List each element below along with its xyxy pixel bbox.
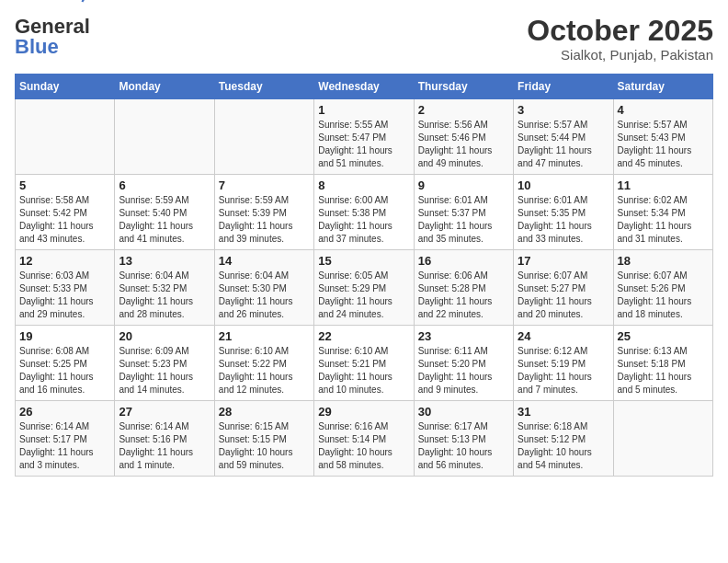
page-header: General Blue October 2025 Sialkot, Punja… [15, 15, 713, 63]
calendar-cell-week1-day4: 2Sunrise: 5:56 AM Sunset: 5:46 PM Daylig… [414, 99, 513, 175]
day-number: 22 [318, 329, 409, 343]
calendar-cell-week5-day6 [613, 401, 712, 477]
day-number: 15 [318, 254, 409, 268]
day-info: Sunrise: 6:06 AM Sunset: 5:28 PM Dayligh… [418, 270, 509, 321]
day-info: Sunrise: 6:17 AM Sunset: 5:13 PM Dayligh… [418, 420, 509, 472]
calendar-cell-week5-day1: 27Sunrise: 6:14 AM Sunset: 5:16 PM Dayli… [115, 401, 214, 477]
weekday-header-sunday: Sunday [16, 75, 115, 99]
calendar-cell-week5-day5: 31Sunrise: 6:18 AM Sunset: 5:12 PM Dayli… [514, 401, 613, 477]
weekday-header-wednesday: Wednesday [314, 75, 414, 99]
day-number: 10 [518, 178, 609, 192]
day-number: 24 [518, 329, 609, 343]
day-number: 19 [19, 329, 110, 343]
day-number: 28 [219, 405, 310, 419]
calendar-cell-week1-day6: 4Sunrise: 5:57 AM Sunset: 5:43 PM Daylig… [613, 99, 712, 175]
calendar-cell-week4-day3: 22Sunrise: 6:10 AM Sunset: 5:21 PM Dayli… [314, 326, 414, 401]
day-number: 1 [318, 103, 409, 117]
weekday-header-thursday: Thursday [414, 75, 513, 99]
day-number: 12 [19, 254, 110, 268]
day-info: Sunrise: 6:08 AM Sunset: 5:25 PM Dayligh… [19, 345, 110, 396]
day-number: 3 [518, 103, 609, 117]
day-info: Sunrise: 5:57 AM Sunset: 5:44 PM Dayligh… [518, 119, 609, 170]
day-info: Sunrise: 6:07 AM Sunset: 5:26 PM Dayligh… [618, 270, 709, 321]
calendar-body: 1Sunrise: 5:55 AM Sunset: 5:47 PM Daylig… [16, 99, 713, 477]
day-info: Sunrise: 6:00 AM Sunset: 5:38 PM Dayligh… [318, 194, 409, 246]
day-number: 30 [418, 405, 509, 419]
day-number: 7 [219, 178, 310, 192]
calendar-cell-week4-day4: 23Sunrise: 6:11 AM Sunset: 5:20 PM Dayli… [414, 326, 513, 401]
calendar-cell-week2-day6: 11Sunrise: 6:02 AM Sunset: 5:34 PM Dayli… [613, 175, 712, 250]
day-number: 25 [618, 329, 709, 343]
calendar-cell-week1-day2 [214, 99, 313, 175]
calendar-cell-week4-day5: 24Sunrise: 6:12 AM Sunset: 5:19 PM Dayli… [514, 326, 613, 401]
day-number: 9 [418, 178, 509, 192]
calendar-cell-week5-day2: 28Sunrise: 6:15 AM Sunset: 5:15 PM Dayli… [214, 401, 313, 477]
calendar-cell-week1-day0 [16, 99, 115, 175]
day-number: 27 [119, 405, 210, 419]
day-info: Sunrise: 6:09 AM Sunset: 5:23 PM Dayligh… [119, 345, 210, 396]
day-info: Sunrise: 5:59 AM Sunset: 5:39 PM Dayligh… [219, 194, 310, 246]
day-number: 14 [219, 254, 310, 268]
day-info: Sunrise: 6:18 AM Sunset: 5:12 PM Dayligh… [518, 420, 609, 472]
calendar-cell-week1-day1 [115, 99, 214, 175]
day-number: 23 [418, 329, 509, 343]
weekday-header-tuesday: Tuesday [214, 75, 313, 99]
calendar-cell-week1-day5: 3Sunrise: 5:57 AM Sunset: 5:44 PM Daylig… [514, 99, 613, 175]
day-info: Sunrise: 6:04 AM Sunset: 5:30 PM Dayligh… [219, 270, 310, 321]
day-info: Sunrise: 6:05 AM Sunset: 5:29 PM Dayligh… [318, 270, 409, 321]
calendar-cell-week5-day3: 29Sunrise: 6:16 AM Sunset: 5:14 PM Dayli… [314, 401, 414, 477]
day-info: Sunrise: 6:02 AM Sunset: 5:34 PM Dayligh… [618, 194, 709, 246]
day-info: Sunrise: 5:55 AM Sunset: 5:47 PM Dayligh… [318, 119, 409, 170]
calendar-cell-week1-day3: 1Sunrise: 5:55 AM Sunset: 5:47 PM Daylig… [314, 99, 414, 175]
day-info: Sunrise: 6:12 AM Sunset: 5:19 PM Dayligh… [518, 345, 609, 396]
calendar-cell-week3-day2: 14Sunrise: 6:04 AM Sunset: 5:30 PM Dayli… [214, 250, 313, 326]
weekday-header-saturday: Saturday [613, 75, 712, 99]
day-number: 18 [618, 254, 709, 268]
day-number: 20 [119, 329, 210, 343]
day-info: Sunrise: 5:57 AM Sunset: 5:43 PM Dayligh… [618, 119, 709, 170]
calendar-cell-week4-day1: 20Sunrise: 6:09 AM Sunset: 5:23 PM Dayli… [115, 326, 214, 401]
day-info: Sunrise: 6:10 AM Sunset: 5:21 PM Dayligh… [318, 345, 409, 396]
calendar-week-row-2: 5Sunrise: 5:58 AM Sunset: 5:42 PM Daylig… [16, 175, 713, 250]
logo-general: General [15, 15, 90, 38]
day-number: 8 [318, 178, 409, 192]
day-number: 26 [19, 405, 110, 419]
calendar-subtitle: Sialkot, Punjab, Pakistan [527, 47, 713, 63]
calendar-cell-week2-day1: 6Sunrise: 5:59 AM Sunset: 5:40 PM Daylig… [115, 175, 214, 250]
day-number: 13 [119, 254, 210, 268]
day-info: Sunrise: 6:11 AM Sunset: 5:20 PM Dayligh… [418, 345, 509, 396]
calendar-cell-week3-day1: 13Sunrise: 6:04 AM Sunset: 5:32 PM Dayli… [115, 250, 214, 326]
calendar-week-row-1: 1Sunrise: 5:55 AM Sunset: 5:47 PM Daylig… [16, 99, 713, 175]
day-info: Sunrise: 6:13 AM Sunset: 5:18 PM Dayligh… [618, 345, 709, 396]
day-info: Sunrise: 5:59 AM Sunset: 5:40 PM Dayligh… [119, 194, 210, 246]
calendar-cell-week3-day5: 17Sunrise: 6:07 AM Sunset: 5:27 PM Dayli… [514, 250, 613, 326]
calendar-cell-week2-day4: 9Sunrise: 6:01 AM Sunset: 5:37 PM Daylig… [414, 175, 513, 250]
calendar-cell-week3-day6: 18Sunrise: 6:07 AM Sunset: 5:26 PM Dayli… [613, 250, 712, 326]
calendar-cell-week5-day4: 30Sunrise: 6:17 AM Sunset: 5:13 PM Dayli… [414, 401, 513, 477]
calendar-cell-week2-day5: 10Sunrise: 6:01 AM Sunset: 5:35 PM Dayli… [514, 175, 613, 250]
day-number: 17 [518, 254, 609, 268]
calendar-week-row-3: 12Sunrise: 6:03 AM Sunset: 5:33 PM Dayli… [16, 250, 713, 326]
day-number: 11 [618, 178, 709, 192]
calendar-cell-week3-day0: 12Sunrise: 6:03 AM Sunset: 5:33 PM Dayli… [16, 250, 115, 326]
calendar-cell-week3-day4: 16Sunrise: 6:06 AM Sunset: 5:28 PM Dayli… [414, 250, 513, 326]
day-info: Sunrise: 6:14 AM Sunset: 5:17 PM Dayligh… [19, 420, 110, 472]
calendar-week-row-4: 19Sunrise: 6:08 AM Sunset: 5:25 PM Dayli… [16, 326, 713, 401]
calendar-cell-week2-day2: 7Sunrise: 5:59 AM Sunset: 5:39 PM Daylig… [214, 175, 313, 250]
day-info: Sunrise: 6:01 AM Sunset: 5:37 PM Dayligh… [418, 194, 509, 246]
calendar-cell-week5-day0: 26Sunrise: 6:14 AM Sunset: 5:17 PM Dayli… [16, 401, 115, 477]
day-number: 21 [219, 329, 310, 343]
calendar-header: SundayMondayTuesdayWednesdayThursdayFrid… [16, 75, 713, 99]
calendar-title-block: October 2025 Sialkot, Punjab, Pakistan [527, 15, 713, 63]
day-info: Sunrise: 6:07 AM Sunset: 5:27 PM Dayligh… [518, 270, 609, 321]
day-number: 4 [618, 103, 709, 117]
calendar-cell-week2-day3: 8Sunrise: 6:00 AM Sunset: 5:38 PM Daylig… [314, 175, 414, 250]
day-info: Sunrise: 6:01 AM Sunset: 5:35 PM Dayligh… [518, 194, 609, 246]
day-info: Sunrise: 6:14 AM Sunset: 5:16 PM Dayligh… [119, 420, 210, 472]
calendar-title: October 2025 [527, 15, 713, 47]
logo: General Blue [15, 15, 90, 59]
day-number: 5 [19, 178, 110, 192]
day-info: Sunrise: 6:16 AM Sunset: 5:14 PM Dayligh… [318, 420, 409, 472]
weekday-header-row: SundayMondayTuesdayWednesdayThursdayFrid… [16, 75, 713, 99]
day-number: 2 [418, 103, 509, 117]
